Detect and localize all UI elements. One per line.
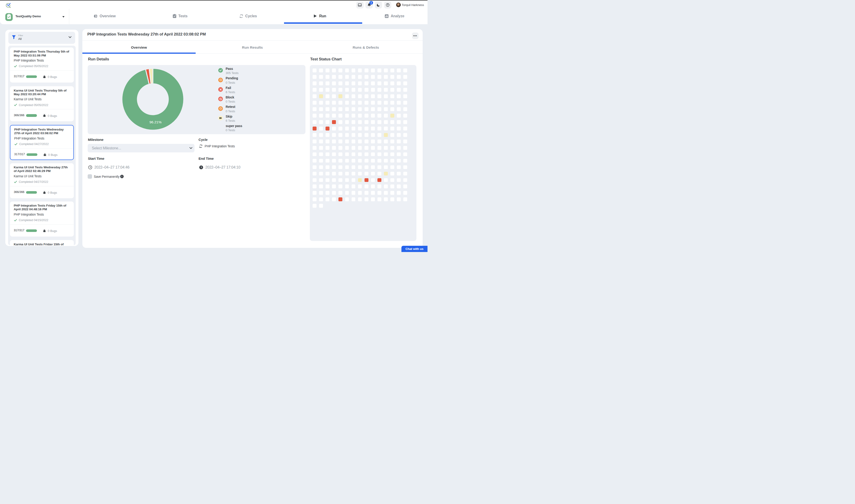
svg-text:96.21%: 96.21% bbox=[150, 120, 162, 124]
